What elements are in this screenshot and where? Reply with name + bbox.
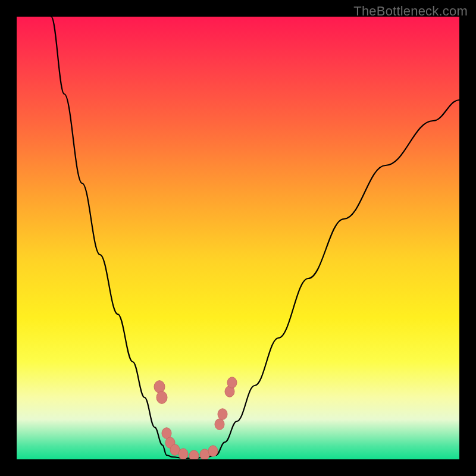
- curve-left-branch: [51, 17, 167, 455]
- data-marker: [208, 446, 218, 456]
- marker-group: [154, 377, 237, 459]
- data-marker: [227, 377, 237, 388]
- plot-area: [17, 17, 459, 459]
- data-marker: [178, 449, 188, 459]
- data-marker: [154, 381, 165, 393]
- data-marker: [218, 409, 227, 419]
- data-marker: [215, 419, 224, 430]
- chart-frame: TheBottleneck.com: [0, 0, 476, 476]
- watermark-text: TheBottleneck.com: [353, 4, 468, 19]
- data-marker: [156, 392, 167, 404]
- bottleneck-curve: [17, 17, 459, 459]
- curve-right-branch: [216, 100, 459, 455]
- data-marker: [189, 450, 199, 459]
